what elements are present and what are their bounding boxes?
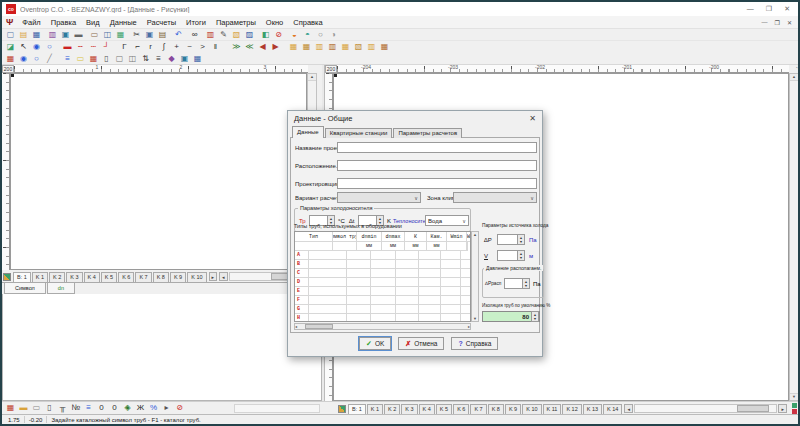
sheet-tab[interactable]: В: 1 — [13, 272, 31, 282]
symbols-icon[interactable]: № — [69, 403, 82, 414]
scroll-up-icon[interactable]: ▲ — [473, 232, 477, 237]
window-opening-icon[interactable]: ▢ — [113, 53, 126, 64]
cancel-button[interactable]: ✗ Отмена — [398, 337, 444, 350]
line-corner-icon[interactable]: ┘ — [100, 42, 113, 53]
data-tab[interactable]: dn — [47, 283, 75, 294]
tabs-scroll-right-icon[interactable]: ▸ — [209, 272, 218, 281]
zero-left-icon[interactable]: 0 — [95, 403, 108, 414]
sheet-tab[interactable]: K 9 — [170, 272, 186, 282]
materials-icon[interactable]: ▧ — [230, 29, 243, 40]
redraw-icon[interactable]: ╱ — [43, 53, 56, 64]
sheet-tab[interactable]: K 10 — [187, 272, 206, 282]
scroll-left-icon[interactable]: ◂ — [295, 324, 297, 329]
sheet-tab[interactable]: K 5 — [436, 404, 452, 414]
user-icon[interactable]: ○ — [314, 29, 327, 40]
stop-icon[interactable]: ⊘ — [173, 403, 186, 414]
report-icon[interactable]: ▨ — [243, 29, 256, 40]
radiator-type-1-icon[interactable]: ▦ — [287, 42, 300, 53]
door-icon[interactable]: ▯ — [43, 403, 56, 414]
scroll-thumb[interactable] — [305, 324, 333, 329]
line-dashed-icon[interactable]: ╌ — [74, 42, 87, 53]
pump-icon[interactable]: ◆ — [165, 53, 178, 64]
send-mail-icon[interactable]: ▥ — [46, 29, 59, 40]
table-row[interactable]: B — [295, 260, 470, 269]
door-opening-icon[interactable]: ◫ — [126, 53, 139, 64]
flow-left-icon[interactable]: ≪ — [243, 42, 256, 53]
scroll-down-icon[interactable]: ▼ — [473, 316, 477, 321]
spinner-icon[interactable]: ▲▼ — [517, 250, 525, 261]
table-row[interactable]: E — [295, 287, 470, 296]
sheet-tab[interactable]: K 10 — [522, 404, 541, 414]
menu-item[interactable]: Файл — [17, 18, 45, 27]
mixer-icon[interactable]: ▣ — [178, 53, 191, 64]
align-icon[interactable]: ≡ — [61, 53, 74, 64]
wizard-icon[interactable]: ◓ — [301, 29, 314, 40]
connect-left-icon[interactable]: ◀ — [256, 42, 269, 53]
options-icon[interactable]: ◑ — [327, 29, 340, 40]
help-button[interactable]: ? Справка — [451, 337, 498, 350]
table-row[interactable]: F — [295, 296, 470, 305]
radiator-type-8-icon[interactable]: ▦ — [378, 42, 391, 53]
table-row[interactable]: H — [295, 314, 470, 322]
zoom-all-icon[interactable]: ○ — [30, 53, 43, 64]
scroll-up-icon[interactable]: ▲ — [790, 74, 798, 81]
edit-drawing-icon[interactable]: ✎ — [217, 29, 230, 40]
menu-item[interactable]: Вид — [81, 18, 105, 27]
sheet-tab[interactable]: K 7 — [470, 404, 486, 414]
undo-icon[interactable]: ↶ — [172, 29, 185, 40]
print-preview-icon[interactable]: ◫ — [101, 29, 114, 40]
cold-source-v-field[interactable] — [497, 250, 517, 261]
paste-icon[interactable]: ▤ — [156, 29, 169, 40]
users-icon[interactable]: Ж — [134, 403, 147, 414]
sheet-tab[interactable]: K 3 — [66, 272, 82, 282]
new-file-icon[interactable]: ▢ — [4, 29, 17, 40]
scroll-up-icon[interactable]: ▲ — [308, 74, 316, 81]
sheet-tab[interactable]: K 8 — [153, 272, 169, 282]
refresh-icon[interactable]: ◒ — [288, 29, 301, 40]
save-icon[interactable]: ▦ — [30, 29, 43, 40]
location-input[interactable] — [337, 160, 537, 171]
tabs-scroll-right-icon[interactable]: ▸ — [778, 404, 787, 413]
block-calc-icon[interactable]: ⊘ — [272, 29, 285, 40]
ok-button[interactable]: ✓ OK — [359, 337, 391, 350]
sheet-tab[interactable]: K 1 — [32, 272, 48, 282]
radiator-type-2-icon[interactable]: ▦ — [300, 42, 313, 53]
symbol-editor-panel[interactable] — [2, 294, 322, 401]
zoom-in-icon[interactable]: ◉ — [30, 42, 43, 53]
pressure-dp-input[interactable]: ▲▼ — [504, 278, 530, 289]
sheet-tab[interactable]: K 4 — [419, 404, 435, 414]
arc-top-right-icon[interactable]: ⌐ — [131, 42, 144, 53]
sheet-tab[interactable]: K 1 — [367, 404, 383, 414]
pipes-table[interactable]: ТипСимвол трубdnmindnmaxККам.WminWmax мм… — [294, 231, 471, 322]
calc-variant-select[interactable]: ∨ — [337, 192, 421, 203]
grid-icon[interactable]: ▦ — [191, 53, 204, 64]
radiator-type-4-icon[interactable]: ▥ — [326, 42, 339, 53]
curve-long-icon[interactable]: ∫ — [157, 42, 170, 53]
dialog-close-icon[interactable]: ✕ — [529, 114, 536, 123]
sheet-tab[interactable]: K 9 — [505, 404, 521, 414]
line-solid-icon[interactable]: ▬ — [61, 42, 74, 53]
cut-icon[interactable]: ✂ — [130, 29, 143, 40]
boiler-icon[interactable]: ▯ — [100, 53, 113, 64]
edit-mode-icon[interactable]: ◪ — [4, 42, 17, 53]
line-dotted-icon[interactable]: ┄ — [87, 42, 100, 53]
pressure-dp-field[interactable] — [504, 278, 522, 289]
climate-zone-select[interactable]: ∨ — [453, 192, 537, 203]
tabs-scroll-left-icon[interactable]: ◂ — [624, 404, 633, 413]
spinner-icon[interactable]: ▲▼ — [531, 311, 539, 322]
riser-icon[interactable]: ‖ — [209, 42, 222, 53]
sheet-tab[interactable]: K 2 — [49, 272, 65, 282]
sheet-tab[interactable]: K 4 — [84, 272, 100, 282]
sheet-tab[interactable]: K 7 — [135, 272, 151, 282]
menu-item[interactable]: Итоги — [181, 18, 211, 27]
mdi-close-button[interactable]: ✕ — [787, 19, 792, 26]
flag-icon[interactable]: ▸ — [160, 403, 173, 414]
zoom-out-icon[interactable]: ○ — [43, 42, 56, 53]
tab-kvartirnye-stancii[interactable]: Квартирные станции — [325, 128, 393, 138]
arc-top-left-icon[interactable]: Γ — [118, 42, 131, 53]
pipes-table-hscrollbar[interactable]: ◂ ▸ — [294, 323, 471, 330]
curve-small-icon[interactable]: r — [144, 42, 157, 53]
find-icon[interactable]: ∞ — [188, 29, 201, 40]
zoom-window-icon[interactable]: ◉ — [17, 53, 30, 64]
select-pointer-icon[interactable]: ↖ — [17, 42, 30, 53]
